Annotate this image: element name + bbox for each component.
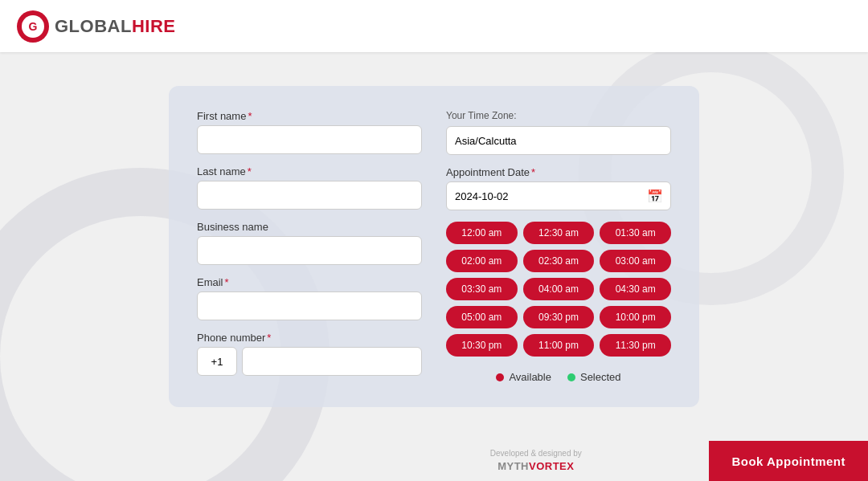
time-slot-button[interactable]: 04:00 am: [523, 278, 595, 300]
form-right: Your Time Zone: Appointment Date* 📅 12:0…: [446, 110, 671, 383]
logo-icon: G: [16, 10, 50, 43]
timezone-label: Your Time Zone:: [446, 110, 671, 121]
available-dot: [496, 373, 504, 381]
timezone-field: Your Time Zone:: [446, 110, 671, 155]
email-input[interactable]: [197, 291, 422, 320]
phone-field: Phone number*: [197, 332, 422, 376]
date-input[interactable]: [446, 181, 671, 210]
footer: Developed & designed by MYTHVORTEX Book …: [0, 441, 868, 481]
time-slot-button[interactable]: 01:30 am: [600, 222, 671, 244]
email-field: Email*: [197, 276, 422, 320]
legend-available: Available: [496, 371, 551, 383]
last-name-input[interactable]: [197, 181, 422, 210]
legend-selected: Selected: [567, 371, 621, 383]
business-name-label: Business name: [197, 221, 422, 233]
selected-dot: [567, 373, 575, 381]
logo-text: GLOBALHIRE: [55, 16, 175, 37]
appointment-date-field: Appointment Date* 📅: [446, 166, 671, 210]
logo: G GLOBALHIRE: [16, 10, 175, 43]
time-slot-button[interactable]: 11:00 pm: [523, 334, 595, 357]
first-name-field: First name*: [197, 110, 422, 154]
phone-input[interactable]: [242, 347, 422, 376]
footer-credit: Developed & designed by MYTHVORTEX: [362, 448, 709, 474]
last-name-field: Last name*: [197, 165, 422, 210]
phone-label: Phone number*: [197, 332, 422, 344]
time-slot-button[interactable]: 02:00 am: [446, 250, 518, 272]
phone-prefix[interactable]: [197, 347, 237, 376]
time-slot-button[interactable]: 03:00 am: [600, 250, 671, 272]
svg-text:G: G: [29, 20, 38, 33]
business-name-field: Business name: [197, 221, 422, 265]
time-slot-button[interactable]: 04:30 am: [600, 278, 671, 300]
main-content: First name* Last name* Business name Ema…: [0, 52, 868, 441]
header: G GLOBALHIRE: [0, 0, 868, 52]
time-slot-button[interactable]: 12:00 am: [446, 222, 518, 244]
legend: Available Selected: [446, 371, 671, 383]
email-label: Email*: [197, 276, 422, 288]
time-slot-button[interactable]: 02:30 am: [523, 250, 595, 272]
phone-row: [197, 347, 422, 376]
time-slot-button[interactable]: 05:00 am: [446, 306, 518, 328]
timezone-input[interactable]: [446, 126, 671, 155]
time-slot-button[interactable]: 10:00 pm: [600, 306, 671, 328]
time-slot-button[interactable]: 12:30 am: [523, 222, 595, 244]
first-name-input[interactable]: [197, 125, 422, 154]
time-slot-button[interactable]: 11:30 pm: [600, 334, 671, 357]
date-input-container: 📅: [446, 181, 671, 210]
first-name-label: First name*: [197, 110, 422, 122]
time-slot-button[interactable]: 10:30 pm: [446, 334, 518, 357]
appointment-date-label: Appointment Date*: [446, 166, 671, 178]
business-name-input[interactable]: [197, 236, 422, 265]
footer-brand: MYTHVORTEX: [497, 459, 574, 474]
form-left: First name* Last name* Business name Ema…: [197, 110, 422, 383]
time-slots-grid: 12:00 am12:30 am01:30 am02:00 am02:30 am…: [446, 222, 671, 357]
time-slot-button[interactable]: 03:30 am: [446, 278, 518, 300]
time-slot-button[interactable]: 09:30 pm: [523, 306, 595, 328]
last-name-label: Last name*: [197, 165, 422, 177]
book-appointment-button[interactable]: Book Appointment: [709, 441, 868, 481]
form-card: First name* Last name* Business name Ema…: [169, 86, 699, 407]
